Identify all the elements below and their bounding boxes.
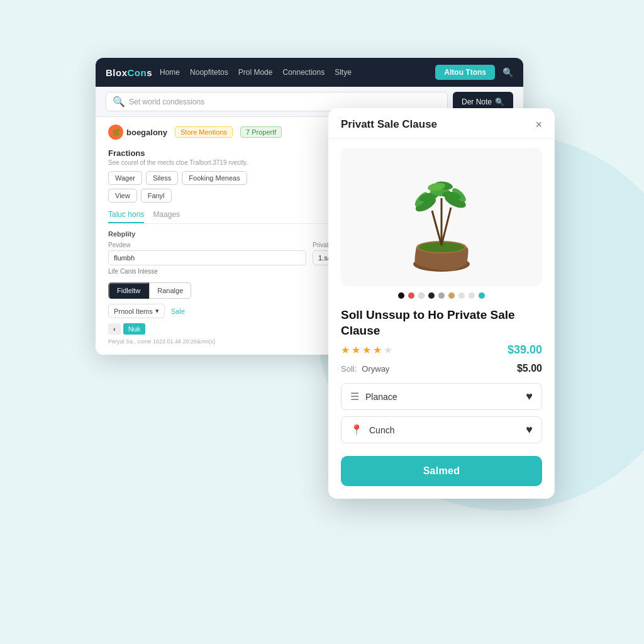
dot-8[interactable]	[479, 292, 485, 299]
modal-body: Soll Unssup to Ho Private Sale Clause ★ …	[328, 148, 555, 499]
modal-close-button[interactable]: ×	[535, 119, 542, 130]
nav-connections[interactable]: Connections	[282, 68, 325, 77]
scene-container: BloxCons Home Noopfitetos Prol Mode Conn…	[83, 45, 561, 599]
btn-wager[interactable]: Wager	[108, 171, 142, 185]
filter-label: Prnool Items	[114, 308, 153, 315]
star-4: ★	[373, 344, 382, 356]
dot-5[interactable]	[448, 292, 455, 299]
image-dots	[341, 292, 542, 299]
svg-line-5	[441, 208, 451, 245]
page-current[interactable]: Nuk	[123, 323, 146, 335]
modal-title: Privatt Sale Clause	[341, 118, 437, 131]
btn-fidleltw[interactable]: Fidleltw	[108, 282, 149, 299]
modal-card: Privatt Sale Clause ×	[328, 108, 555, 499]
btn-ranalge[interactable]: Ranalge	[149, 282, 191, 299]
page-prev-btn[interactable]: ‹	[108, 323, 121, 335]
dropdown1-icon: ☰	[350, 391, 359, 402]
search-btn-icon: 🔍	[495, 97, 504, 106]
btn-view[interactable]: View	[108, 189, 137, 203]
dot-2[interactable]	[418, 292, 425, 299]
btn-fanyl[interactable]: Fanyl	[141, 189, 172, 203]
nav-sltye[interactable]: Sltye	[335, 68, 352, 77]
dot-0[interactable]	[398, 292, 404, 299]
col1-input[interactable]	[108, 250, 306, 265]
star-2: ★	[352, 344, 360, 356]
dot-6[interactable]	[458, 292, 465, 299]
dropdown1-text: Planace	[365, 392, 397, 402]
col1-subtext: Life Canis Inlesse	[108, 268, 306, 275]
form-col-1: Pevdew Life Canis Inlesse	[108, 242, 306, 275]
tab-maages[interactable]: Maages	[153, 210, 180, 223]
dot-7[interactable]	[469, 292, 475, 299]
nav-cta-button[interactable]: Altou Ttons	[435, 65, 495, 80]
filter-chevron: ▾	[155, 307, 159, 315]
logo-icon: 🌿	[108, 125, 123, 140]
nav-noopfitetos[interactable]: Noopfitetos	[190, 68, 228, 77]
nav-links: Home Noopfitetos Prol Mode Connections S…	[160, 68, 428, 77]
dropdown1-left: ☰ Planace	[350, 391, 397, 402]
filter-sale-link[interactable]: Sale	[171, 308, 185, 315]
tab-taluc-hons[interactable]: Taluc hons	[108, 210, 144, 223]
nav-prolmode[interactable]: Prol Mode	[238, 68, 273, 77]
star-5: ★	[384, 344, 392, 356]
svg-line-3	[432, 211, 441, 245]
header-tag: 7 Propertf	[240, 126, 282, 138]
search-icon: 🔍	[113, 96, 125, 108]
dot-4[interactable]	[438, 292, 445, 299]
brand-logo: BloxCons	[106, 67, 152, 78]
dropdown2-left: 📍 Cunch	[350, 424, 394, 436]
product-title: Soll Unssup to Ho Private Sale Clause	[341, 308, 542, 338]
dropdown2-heart-icon[interactable]: ♥	[526, 423, 533, 436]
site-logo: 🌿 boegalony	[108, 125, 167, 140]
dropdown-planace[interactable]: ☰ Planace ♥	[341, 383, 542, 410]
star-1: ★	[341, 344, 350, 356]
dot-3[interactable]	[428, 292, 435, 299]
cta-salmed-button[interactable]: Salmed	[341, 456, 542, 486]
dot-1[interactable]	[408, 292, 414, 299]
browser-navbar: BloxCons Home Noopfitetos Prol Mode Conn…	[96, 58, 523, 87]
product-image-area	[341, 148, 542, 286]
rating-price-row: ★ ★ ★ ★ ★ $39.00	[341, 343, 542, 357]
dropdown-cunch[interactable]: 📍 Cunch ♥	[341, 416, 542, 443]
btn-fooking[interactable]: Fooking Meneas	[182, 171, 247, 185]
nav-home[interactable]: Home	[160, 68, 180, 77]
dropdown1-heart-icon[interactable]: ♥	[526, 390, 533, 403]
search-btn-label: Der Note	[462, 97, 492, 106]
dropdown2-location-icon: 📍	[350, 424, 363, 436]
store-badge: Store Mentions	[175, 126, 233, 138]
star-3: ★	[362, 344, 371, 356]
search-input-text: Set world condessions	[129, 97, 441, 106]
btn-siless[interactable]: Siless	[146, 171, 178, 185]
product-plant-svg	[391, 154, 492, 280]
dropdown2-text: Cunch	[369, 425, 394, 435]
sold-price: $5.00	[517, 363, 542, 374]
sold-value: Oryway	[362, 364, 512, 374]
filter-select[interactable]: Prnool Items ▾	[108, 304, 165, 318]
star-rating: ★ ★ ★ ★ ★	[341, 344, 392, 356]
logo-text: boegalony	[126, 128, 167, 137]
sold-row: Soll: Oryway $5.00	[341, 363, 542, 374]
sold-label: Soll:	[341, 364, 357, 374]
nav-search-icon[interactable]: 🔍	[502, 67, 513, 77]
modal-header: Privatt Sale Clause ×	[328, 108, 555, 139]
col1-label: Pevdew	[108, 242, 306, 248]
price-main: $39.00	[508, 343, 542, 357]
